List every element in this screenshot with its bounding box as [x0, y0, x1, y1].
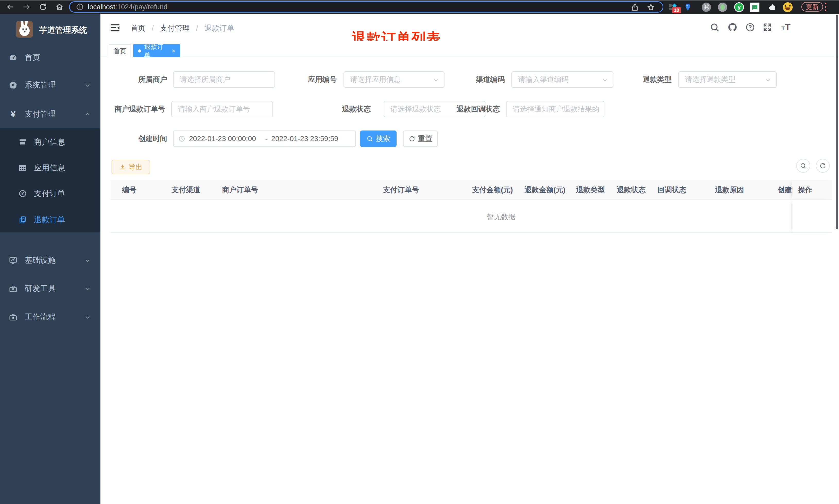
table-search-toggle-button[interactable] [796, 159, 810, 173]
bookmark-button[interactable] [647, 3, 655, 11]
font-size-button[interactable]: TT [780, 22, 792, 33]
browser-update-button[interactable]: 更新 [801, 2, 823, 12]
sidebar-item-pay-order[interactable]: ¥ 支付订单 [0, 181, 101, 206]
app-select[interactable] [343, 71, 445, 88]
channel-select[interactable] [512, 71, 613, 88]
date-start[interactable]: 2022-01-23 00:00:00 [189, 134, 262, 143]
date-range-separator: - [262, 134, 271, 143]
chevron-up-icon [84, 111, 91, 118]
tag-refund-order[interactable]: 退款订单 × [133, 44, 180, 58]
sidebar-item-refund-order[interactable]: 退款订单 [0, 207, 101, 233]
merchant-refund-no-input[interactable] [172, 102, 285, 117]
extension-pin-icon[interactable] [683, 2, 693, 12]
sidebar-item-app-info[interactable]: 应用信息 [0, 155, 101, 181]
col-refund-type[interactable]: 退款类型 [576, 180, 605, 200]
gear-icon [9, 81, 18, 90]
extensions-puzzle-icon[interactable] [767, 2, 777, 12]
sidebar-collapse-button[interactable] [110, 23, 120, 33]
table-refresh-button[interactable] [816, 159, 830, 173]
close-icon[interactable]: × [172, 48, 175, 54]
table-header: 编号 支付渠道 商户订单号 支付订单号 支付金额(元) 退款金额(元) 退款类型… [111, 180, 832, 200]
sidebar-item-workflow[interactable]: 工作流程 [0, 303, 101, 331]
site-info-icon[interactable] [76, 3, 84, 11]
browser-reload-button[interactable] [38, 2, 48, 12]
browser-menu-button[interactable] [825, 3, 827, 11]
col-refund-status[interactable]: 退款状态 [617, 180, 646, 200]
yen-circle-icon: ¥ [19, 190, 27, 198]
toolbox-icon [9, 284, 18, 293]
col-pay-amount[interactable]: 支付金额(元) [472, 180, 513, 200]
notify-status-select[interactable] [506, 101, 604, 118]
col-merchant-order-no[interactable]: 商户订单号 [222, 180, 258, 200]
header-search-button[interactable] [709, 22, 720, 33]
url-bar[interactable]: localhost:1024/pay/refund [69, 1, 663, 13]
reload-icon [39, 3, 47, 11]
create-time-range-picker[interactable]: 2022-01-23 00:00:00 - 2022-01-23 23:59:5… [173, 130, 356, 147]
github-link[interactable] [727, 22, 738, 33]
chevron-down-icon [765, 77, 771, 84]
tag-active-dot [138, 50, 141, 53]
extension-emoji-icon[interactable] [783, 2, 793, 12]
sidebar-item-merchant-info[interactable]: 商户信息 [0, 129, 101, 155]
extension-y-icon[interactable]: y [734, 2, 744, 12]
notify-status-input[interactable] [506, 102, 625, 117]
breadcrumb-pay[interactable]: 支付管理 [160, 23, 190, 34]
filter-label-merchant: 所属商户 [138, 71, 167, 88]
browser-home-button[interactable] [55, 2, 65, 12]
chevron-down-icon [433, 77, 439, 84]
fullscreen-icon [763, 22, 772, 32]
search-button[interactable]: 搜索 [360, 130, 397, 147]
tag-label: 首页 [113, 47, 126, 55]
col-id[interactable]: 编号 [122, 180, 137, 200]
col-pay-channel[interactable]: 支付渠道 [172, 180, 200, 200]
sidebar-item-home[interactable]: 首页 [0, 44, 101, 71]
search-button-label: 搜索 [376, 134, 390, 144]
sidebar-item-system[interactable]: 系统管理 [0, 71, 101, 99]
reset-button[interactable]: 重置 [403, 130, 438, 147]
date-end[interactable]: 2022-01-23 23:59:59 [271, 134, 349, 143]
chevron-down-icon [602, 77, 608, 84]
browser-chrome: localhost:1024/pay/refund 10 ⌘ y 更新 [0, 0, 839, 14]
col-notify-status[interactable]: 回调状态 [658, 180, 686, 200]
merchant-input[interactable] [174, 72, 287, 87]
tag-home[interactable]: 首页 [109, 44, 131, 58]
browser-forward-button[interactable] [22, 2, 31, 12]
sidebar-item-pay[interactable]: ¥ 支付管理 [0, 101, 101, 128]
browser-back-button[interactable] [5, 2, 15, 12]
clock-icon [178, 135, 185, 142]
grid-icon [19, 164, 27, 172]
extension-command-icon[interactable]: ⌘ [701, 2, 711, 12]
col-refund-amount[interactable]: 退款金额(元) [524, 180, 566, 200]
sidebar: 芋道管理系统 首页 系统管理 ¥ 支付管理 商户信息 应用信息 ¥ 支付订 [0, 14, 101, 504]
app-input[interactable] [344, 72, 466, 87]
channel-input[interactable] [512, 72, 635, 87]
col-pay-order-no[interactable]: 支付订单号 [383, 180, 419, 200]
col-refund-reason[interactable]: 退款原因 [715, 180, 744, 200]
help-button[interactable] [745, 22, 756, 33]
app-logo[interactable] [16, 21, 33, 38]
breadcrumb-home[interactable]: 首页 [130, 23, 145, 34]
sidebar-item-dev-tools[interactable]: 研发工具 [0, 275, 101, 303]
monitor-chart-icon [9, 256, 18, 265]
download-icon [119, 164, 126, 170]
export-button[interactable]: 导出 [111, 160, 150, 174]
extension-recorder-icon[interactable] [718, 2, 728, 12]
app-title: 芋道管理系统 [39, 25, 87, 36]
merchant-select[interactable] [173, 71, 275, 88]
merchant-refund-no-field[interactable] [171, 101, 273, 118]
table-empty-body: 暂无数据 [111, 200, 832, 233]
filter-label-create-time: 创建时间 [138, 130, 167, 147]
dashboard-icon [9, 53, 18, 62]
forward-icon [22, 3, 31, 11]
refund-type-select[interactable] [678, 71, 777, 88]
github-icon [727, 22, 737, 32]
search-icon [367, 136, 373, 142]
sidebar-item-label: 商户信息 [34, 137, 65, 147]
fullscreen-button[interactable] [762, 22, 773, 33]
extension-chat-icon[interactable] [750, 2, 760, 12]
sidebar-item-infra[interactable]: 基础设施 [0, 247, 101, 274]
refund-type-input[interactable] [679, 72, 798, 87]
share-button[interactable] [631, 3, 639, 11]
col-actions[interactable]: 操作 [798, 180, 812, 200]
page-scrollbar[interactable] [836, 15, 838, 229]
